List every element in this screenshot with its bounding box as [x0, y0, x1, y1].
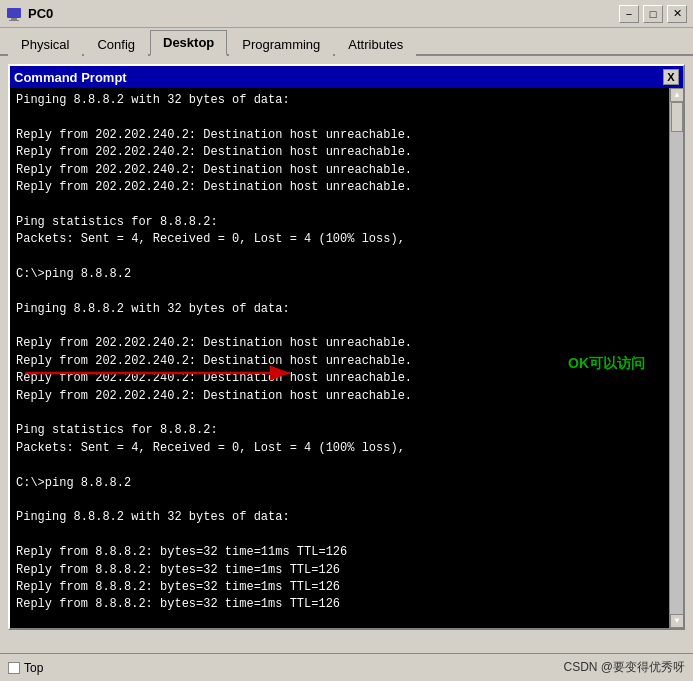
terminal-line: Packets: Sent = 4, Received = 0, Lost = … — [16, 231, 663, 248]
scrollbar[interactable]: ▲ ▼ — [669, 88, 683, 628]
terminal-line: Pinging 8.8.8.2 with 32 bytes of data: — [16, 509, 663, 526]
terminal-line: Reply from 202.202.240.2: Destination ho… — [16, 179, 663, 196]
terminal-content: Pinging 8.8.8.2 with 32 bytes of data: R… — [16, 92, 663, 624]
terminal-line: Reply from 202.202.240.2: Destination ho… — [16, 162, 663, 179]
terminal-line: Ping statistics for 8.8.8.2: — [16, 422, 663, 439]
cmd-window: Command Prompt X Pinging 8.8.8.2 with 32… — [8, 64, 685, 630]
scroll-thumb[interactable] — [671, 102, 683, 132]
terminal-line: Ping statistics for 8.8.8.2: — [16, 214, 663, 231]
terminal-line — [16, 196, 663, 213]
terminal-line: Pinging 8.8.8.2 with 32 bytes of data: — [16, 92, 663, 109]
cmd-title-bar: Command Prompt X — [10, 66, 683, 88]
terminal-line: Packets: Sent = 4, Received = 0, Lost = … — [16, 440, 663, 457]
tab-config[interactable]: Config — [84, 32, 148, 56]
svg-rect-2 — [9, 20, 19, 21]
terminal-line: Reply from 8.8.8.2: bytes=32 time=11ms T… — [16, 544, 663, 561]
tab-programming[interactable]: Programming — [229, 32, 333, 56]
terminal-line — [16, 249, 663, 266]
terminal-line: C:\>ping 8.8.8.2 — [16, 266, 663, 283]
terminal-line: Reply from 202.202.240.2: Destination ho… — [16, 353, 663, 370]
terminal-line: C:\>ping 8.8.8.2 — [16, 475, 663, 492]
svg-rect-1 — [11, 18, 17, 20]
title-bar: PC0 − □ ✕ — [0, 0, 693, 28]
title-bar-controls: − □ ✕ — [619, 5, 687, 23]
bottom-bar: Top CSDN @要变得优秀呀 — [0, 653, 693, 681]
terminal-line — [16, 405, 663, 422]
top-label: Top — [24, 661, 43, 675]
title-bar-left: PC0 — [6, 6, 53, 22]
terminal-line: Reply from 202.202.240.2: Destination ho… — [16, 370, 663, 387]
watermark: CSDN @要变得优秀呀 — [563, 659, 685, 676]
terminal[interactable]: Pinging 8.8.8.2 with 32 bytes of data: R… — [10, 88, 683, 628]
maximize-button[interactable]: □ — [643, 5, 663, 23]
tab-bar: Physical Config Desktop Programming Attr… — [0, 28, 693, 56]
terminal-line — [16, 109, 663, 126]
cmd-title-text: Command Prompt — [14, 70, 127, 85]
tab-physical[interactable]: Physical — [8, 32, 82, 56]
terminal-line: Reply from 202.202.240.2: Destination ho… — [16, 144, 663, 161]
terminal-line: Reply from 8.8.8.2: bytes=32 time=1ms TT… — [16, 596, 663, 613]
terminal-line — [16, 318, 663, 335]
minimize-button[interactable]: − — [619, 5, 639, 23]
window-title: PC0 — [28, 6, 53, 21]
terminal-line: Reply from 202.202.240.2: Destination ho… — [16, 335, 663, 352]
scroll-arrow-up[interactable]: ▲ — [670, 88, 683, 102]
close-button[interactable]: ✕ — [667, 5, 687, 23]
terminal-line — [16, 614, 663, 624]
main-content: Command Prompt X Pinging 8.8.8.2 with 32… — [0, 56, 693, 638]
cmd-close-button[interactable]: X — [663, 69, 679, 85]
terminal-line: Reply from 8.8.8.2: bytes=32 time=1ms TT… — [16, 579, 663, 596]
terminal-line: Reply from 202.202.240.2: Destination ho… — [16, 388, 663, 405]
terminal-line: Pinging 8.8.8.2 with 32 bytes of data: — [16, 301, 663, 318]
top-checkbox[interactable] — [8, 662, 20, 674]
scroll-arrow-down[interactable]: ▼ — [670, 614, 683, 628]
terminal-line: Reply from 8.8.8.2: bytes=32 time=1ms TT… — [16, 562, 663, 579]
bottom-left: Top — [8, 661, 43, 675]
pc-icon — [6, 6, 22, 22]
terminal-line — [16, 527, 663, 544]
svg-rect-0 — [7, 8, 21, 18]
terminal-line: Reply from 202.202.240.2: Destination ho… — [16, 127, 663, 144]
terminal-line — [16, 457, 663, 474]
terminal-line — [16, 283, 663, 300]
tab-attributes[interactable]: Attributes — [335, 32, 416, 56]
terminal-line — [16, 492, 663, 509]
tab-desktop[interactable]: Desktop — [150, 30, 227, 56]
